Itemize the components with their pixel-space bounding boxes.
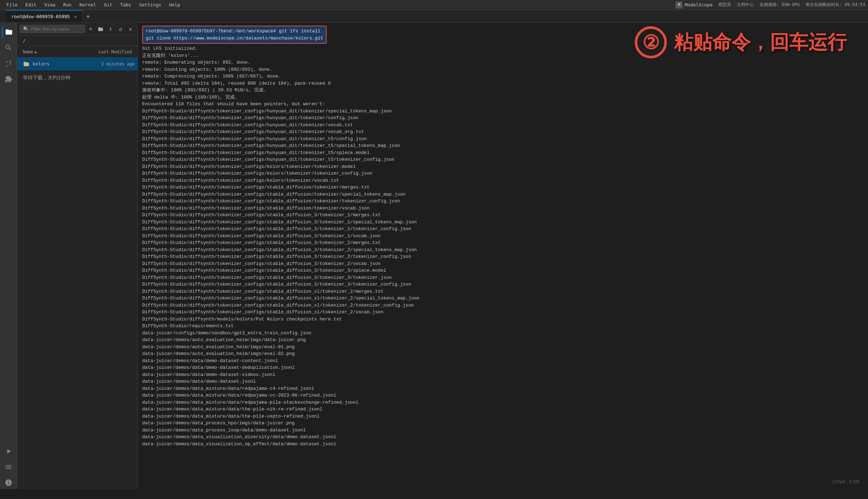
terminal-tab-title: root@dsw-609978-65995 <box>11 14 70 19</box>
terminal-line: DiffSynth-Studio/diffsynth/tokenizer_con… <box>142 253 864 260</box>
modelscope-logo: M ModelScope <box>675 1 712 9</box>
tab-area: root@dsw-609978-65995 ✕ + <box>6 10 868 22</box>
terminal-line: Git LFS initialized. <box>142 45 864 52</box>
new-folder-icon[interactable] <box>96 25 105 33</box>
docs-link[interactable]: 文档中心 <box>737 2 754 8</box>
breadcrumb: / <box>17 36 138 46</box>
main-layout: 🔍 + ⬆ ↺ ✕ / Name ▲ Last Modified <box>0 23 868 489</box>
terminal-tab-close[interactable]: ✕ <box>74 14 76 19</box>
terminal-line: 正在克隆到 'kolors'... <box>142 52 864 59</box>
new-tab-button[interactable]: + <box>83 10 93 22</box>
file-name-kolors: kolors <box>33 61 78 67</box>
activity-bar <box>0 23 17 489</box>
command-block: root@dsw-609978-659975b97-7bknd:/mnt/wor… <box>142 26 864 45</box>
terminal-line: DiffSynth-Studio/diffsynth/tokenizer_con… <box>142 225 864 233</box>
menu-file[interactable]: File <box>3 1 21 8</box>
terminal-line: data-juicer/demos/data_visualization_op_… <box>142 441 864 448</box>
new-file-icon[interactable]: + <box>86 25 95 33</box>
search-input[interactable] <box>31 26 82 32</box>
terminal-line: DiffSynth-Studio/diffsynth/tokenizer_con… <box>142 233 864 240</box>
terminal-tab[interactable]: root@dsw-609978-65995 ✕ <box>6 10 83 22</box>
terminal-line: data-juicer/demos/data_mixture/data/redp… <box>142 392 864 399</box>
terminal-line: data-juicer/demos/data_process_hpo/imgs/… <box>142 420 864 427</box>
file-item-kolors[interactable]: kolors 2 minutes ago <box>17 58 138 70</box>
terminal-line: DiffSynth-Studio/diffsynth/tokenizer_con… <box>142 198 864 205</box>
terminal-line: data-juicer/demos/data_mixture/data/the-… <box>142 413 864 420</box>
terminal-line: data-juicer/demos/data_mixture/data/redp… <box>142 385 864 392</box>
terminal-content: root@dsw-609978-659975b97-7bknd:/mnt/wor… <box>138 23 868 489</box>
explorer-activity-icon[interactable] <box>2 26 15 38</box>
terminal-line: remote: Compressing objects: 100% (667/6… <box>142 73 864 80</box>
menu-run[interactable]: Run <box>60 1 75 8</box>
watermark: znwx.com <box>832 478 859 485</box>
terminal-line: DiffSynth-Studio/diffsynth/tokenizer_con… <box>142 212 864 219</box>
terminal-line: DiffSynth-Studio/diffsynth/models/kolors… <box>142 316 864 323</box>
terminal-line: DiffSynth-Studio/diffsynth/tokenizer_con… <box>142 142 864 149</box>
terminal-line: remote: Enumerating objects: 892, done. <box>142 59 864 66</box>
terminal-line: DiffSynth-Studio/diffsynth/tokenizer_con… <box>142 267 864 274</box>
breadcrumb-icon[interactable] <box>2 476 15 489</box>
terminal-line: DiffSynth-Studio/diffsynth/tokenizer_con… <box>142 205 864 212</box>
top-menubar: File Edit View Run Kernel Git Tabs Setti… <box>0 0 868 10</box>
command-highlight: root@dsw-609978-659975b97-7bknd:/mnt/wor… <box>142 26 327 44</box>
run-activity-icon[interactable] <box>2 445 15 458</box>
modelscope-brand: ModelScope <box>685 2 712 7</box>
menu-tabs[interactable]: Tabs <box>117 1 135 8</box>
menu-git[interactable]: Git <box>100 1 116 8</box>
menu-edit[interactable]: Edit <box>22 1 40 8</box>
terminal-line: data-juicer/demos/data/demo-dataset-vide… <box>142 371 864 378</box>
terminal-line: DiffSynth-Studio/diffsynth/tokenizer_con… <box>142 246 864 254</box>
modelscope-icon: M <box>675 1 682 9</box>
terminal-line: remote: Total 892 (delta 184), reused 88… <box>142 80 864 87</box>
column-name-header: Name ▲ <box>23 49 75 54</box>
upload-icon[interactable]: ⬆ <box>106 25 115 33</box>
terminal-line: Encountered 110 files that should have b… <box>142 101 864 108</box>
menu-help[interactable]: Help <box>166 1 184 8</box>
terminal-line: 处理 delta 中: 100% (189/189), 完成. <box>142 94 864 101</box>
terminal-line: DiffSynth-Studio/diffsynth/tokenizer_con… <box>142 309 864 316</box>
model-library-link[interactable]: 模型库 <box>718 2 731 8</box>
instance-spec: 实例规格: DSW-GPU <box>760 2 800 8</box>
terminal-line: DiffSynth-Studio/diffsynth/tokenizer_con… <box>142 177 864 184</box>
terminal-line: remote: Counting objects: 100% (892/892)… <box>142 66 864 73</box>
terminal-line: data-juicer/demos/auto_evaluation_helm/i… <box>142 344 864 351</box>
terminal-line: DiffSynth-Studio/diffsynth/tokenizer_con… <box>142 239 864 246</box>
terminal-line: DiffSynth-Studio/diffsynth/tokenizer_con… <box>142 295 864 302</box>
breadcrumb-path: / <box>23 38 26 43</box>
terminal-line: DiffSynth-Studio/diffsynth/tokenizer_con… <box>142 219 864 226</box>
terminal-line: DiffSynth-Studio/diffsynth/tokenizer_con… <box>142 274 864 281</box>
terminal-line: DiffSynth-Studio/requirements.txt <box>142 323 864 330</box>
terminal-line: data-juicer/demos/auto_evaluation_helm/i… <box>142 350 864 357</box>
instance-time: 单次实例剩余时长: 09:54:53 <box>805 2 865 8</box>
panel-icon[interactable] <box>2 461 15 473</box>
terminal-line: 接收对象中: 100% (892/892) | 39.53 MiB/s, 完成. <box>142 87 864 94</box>
terminal-line: DiffSynth-Studio/diffsynth/tokenizer_con… <box>142 108 864 115</box>
terminal-line: DiffSynth-Studio/diffsynth/tokenizer_con… <box>142 122 864 129</box>
terminal-line: data-juicer/demos/data_mixture/data/the-… <box>142 406 864 413</box>
terminal-area[interactable]: root@dsw-609978-659975b97-7bknd:/mnt/wor… <box>138 23 868 489</box>
clear-icon[interactable]: ✕ <box>126 25 135 33</box>
folder-icon <box>23 60 30 68</box>
search-icon: 🔍 <box>23 26 29 32</box>
search-box[interactable]: 🔍 <box>20 25 85 33</box>
terminal-line: DiffSynth-Studio/diffsynth/tokenizer_con… <box>142 149 864 156</box>
file-modified-kolors: 2 minutes ago <box>78 62 135 67</box>
terminal-line: DiffSynth-Studio/diffsynth/tokenizer_con… <box>142 170 864 177</box>
menu-view[interactable]: View <box>41 1 59 8</box>
terminal-line: DiffSynth-Studio/diffsynth/tokenizer_con… <box>142 163 864 170</box>
source-control-activity-icon[interactable] <box>2 57 15 70</box>
menu-settings[interactable]: Settings <box>135 1 165 8</box>
refresh-icon[interactable]: ↺ <box>116 25 125 33</box>
terminal-line: data-juicer/demos/auto_evaluation_helm/i… <box>142 336 864 344</box>
terminal-line: data-juicer/configs/demo/sandbox/gpt3_ex… <box>142 330 864 337</box>
terminal-line: data-juicer/demos/data_mixture/data/redp… <box>142 399 864 406</box>
terminal-line: DiffSynth-Studio/diffsynth/tokenizer_con… <box>142 260 864 267</box>
extensions-activity-icon[interactable] <box>2 73 15 85</box>
terminal-line: DiffSynth-Studio/diffsynth/tokenizer_con… <box>142 115 864 122</box>
terminal-line: DiffSynth-Studio/diffsynth/tokenizer_con… <box>142 136 864 143</box>
terminal-line: DiffSynth-Studio/diffsynth/tokenizer_con… <box>142 184 864 191</box>
search-activity-icon[interactable] <box>2 41 15 54</box>
menu-kernel[interactable]: Kernel <box>76 1 100 8</box>
terminal-line: DiffSynth-Studio/diffsynth/tokenizer_con… <box>142 288 864 295</box>
terminal-line: data-juicer/demos/data_process_loop/data… <box>142 427 864 434</box>
